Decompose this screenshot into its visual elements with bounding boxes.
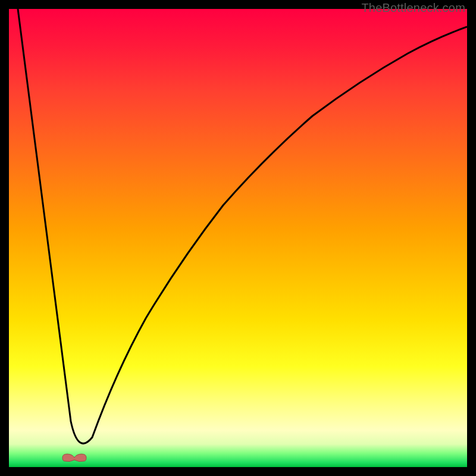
optimal-marker [60, 450, 89, 467]
plot-area [9, 9, 467, 467]
chart-container: TheBottleneck.com [0, 0, 476, 476]
bean-marker-icon [62, 454, 86, 462]
watermark-text: TheBottleneck.com [361, 1, 465, 15]
bottleneck-curve [18, 9, 467, 443]
curve-svg [9, 9, 467, 467]
